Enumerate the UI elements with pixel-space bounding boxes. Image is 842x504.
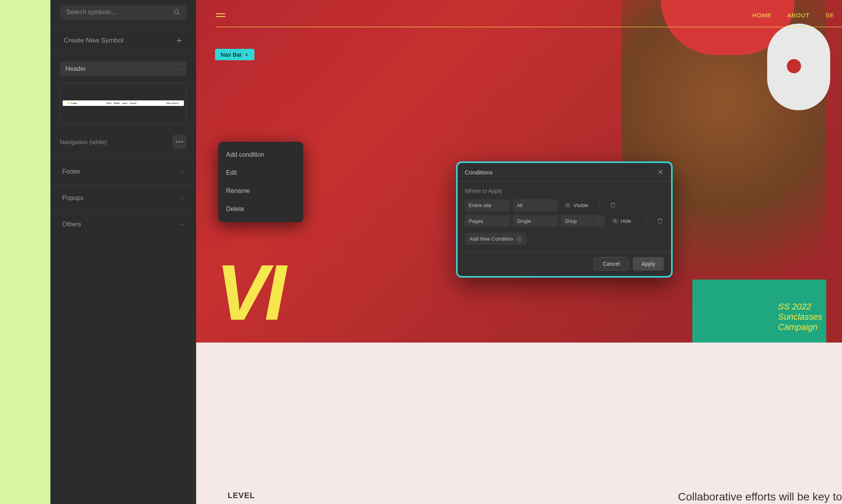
plus-icon [176,37,183,44]
nav-links: HOME ABOUT SE [752,12,842,19]
scope-select[interactable]: Pages [465,215,510,227]
level-heading: LEVEL [228,491,255,500]
scope-select[interactable]: Entire site [465,199,510,211]
add-condition-label: Add New Condition [469,236,513,242]
collab-text: Collaborative efforts will be key to [678,491,842,503]
visibility-value: Visible [573,202,588,208]
section-others[interactable]: Others [60,211,187,237]
chevron-down-icon [180,222,184,227]
modal-body: Where to Apply Entire site All Visible [458,182,671,251]
where-to-apply-label: Where to Apply [465,188,664,194]
section-header-header[interactable]: Header [60,61,187,76]
chevron-up-icon [176,67,181,71]
menu-delete[interactable]: Delete [218,200,303,218]
hero-headphones [767,24,830,110]
navbar-selection-badge[interactable]: Nav Bar [215,49,254,60]
section-footer[interactable]: Footer [60,159,187,185]
svg-line-1 [178,13,179,15]
sort-icon [644,218,648,224]
preview-topbar: HOME ABOUT SE [216,12,842,19]
sort-icon [597,218,601,224]
sort-icon [550,202,554,208]
hamburger-menu-icon[interactable] [216,13,225,17]
section-label: Footer [62,168,80,175]
badge-label: Nav Bar [221,51,242,58]
menu-add-condition[interactable]: Add condition [218,146,303,164]
sort-icon [502,218,506,224]
close-icon[interactable] [657,169,664,176]
filter-select[interactable]: All [513,199,558,211]
svg-point-0 [174,9,178,14]
visibility-select[interactable]: Hide [608,215,652,227]
nav-link-about[interactable]: ABOUT [787,12,810,19]
section-label: Header [65,65,86,72]
plus-circle-icon [516,236,522,242]
canvas-preview: HOME ABOUT SE Nav Bar VI SS 2022 Sunclas… [196,0,842,504]
nav-link-se[interactable]: SE [825,12,834,19]
add-new-condition-button[interactable]: Add New Condition [465,233,527,245]
section-label: Popups [62,195,83,202]
create-symbol-label: Create New Symbol [64,37,123,44]
search-container[interactable] [60,5,187,20]
select-value: All [517,202,522,208]
dots-horizontal-icon [176,141,183,143]
symbol-name-label: Navigation (white) [60,139,107,145]
conditions-modal: Conditions Where to Apply Entire site Al… [456,161,673,278]
search-icon [173,9,180,16]
topbar-divider [216,27,842,27]
sort-icon [597,202,601,208]
visibility-value: Hide [621,218,631,224]
create-new-symbol-button[interactable]: Create New Symbol [60,27,187,54]
select-value: Entire site [469,202,491,208]
select-value: Shop [565,218,577,224]
thumbnail-preview: A-bank Bank Wealth Learn Contact Open Ac… [63,100,184,106]
nav-link-home[interactable]: HOME [752,12,772,19]
menu-edit[interactable]: Edit [218,164,303,182]
svg-point-6 [567,204,569,206]
search-input[interactable] [66,9,173,16]
condition-row: Entire site All Visible [465,199,664,211]
more-options-button[interactable] [172,135,187,149]
symbol-thumbnail[interactable]: A-bank Bank Wealth Learn Contact Open Ac… [60,83,187,124]
campaign-text: SS 2022 Sunclasses Campaign [778,302,822,333]
hero-big-text: VI [216,247,282,338]
menu-rename[interactable]: Rename [218,182,303,200]
filter-select[interactable]: Single [513,215,558,227]
chevron-down-icon [180,196,184,200]
cancel-button[interactable]: Cancel [593,257,629,271]
chevron-right-icon [244,52,249,57]
modal-title: Conditions [465,169,493,176]
left-edge-bg [0,0,50,504]
symbol-item: Navigation (white) [60,132,187,158]
select-value: Pages [469,218,483,224]
modal-footer: Cancel Apply [458,251,671,276]
condition-row: Pages Single Shop Hide [465,215,664,227]
chevron-down-icon [180,169,184,174]
modal-header: Conditions [458,163,671,182]
select-value: Single [517,218,531,224]
section-popups[interactable]: Popups [60,185,187,211]
eye-icon [565,202,571,208]
symbols-sidebar: Create New Symbol Header A-bank Bank Wea… [50,0,196,504]
context-menu: Add condition Edit Rename Delete [218,142,303,222]
apply-button[interactable]: Apply [633,257,664,271]
sort-icon [502,202,506,208]
section-label: Others [62,221,81,228]
target-select[interactable]: Shop [561,215,605,227]
visibility-select[interactable]: Visible [561,199,605,211]
trash-icon[interactable] [657,218,663,224]
sort-icon [550,218,554,224]
eye-off-icon [612,218,618,224]
trash-icon[interactable] [610,202,616,208]
